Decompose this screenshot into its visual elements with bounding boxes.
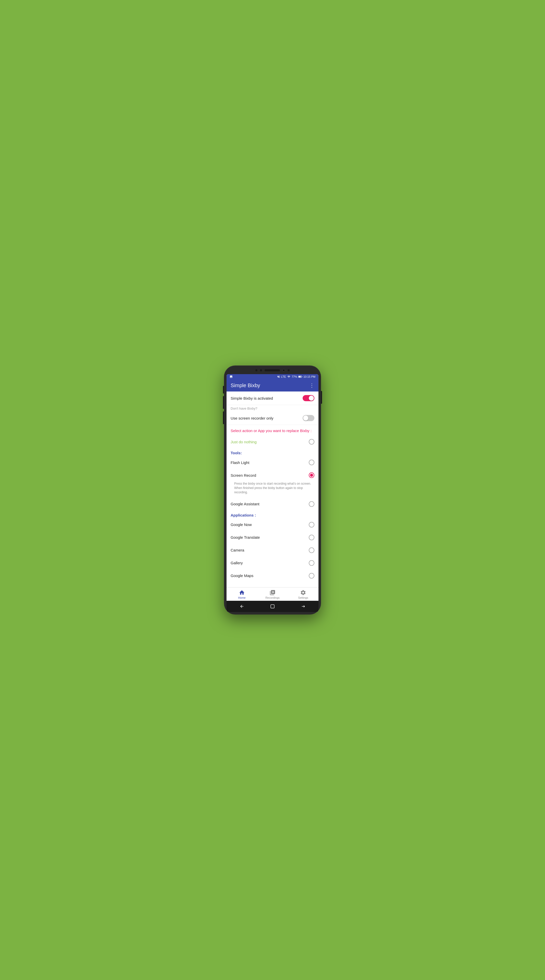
phone-top-bar (226, 369, 319, 374)
flashlight-label: Flash Light (231, 460, 249, 465)
battery-icon (298, 375, 303, 378)
activated-label: Simple Bixby is activated (231, 396, 273, 401)
google-now-label: Google Now (231, 522, 252, 527)
flashlight-option[interactable]: Flash Light (226, 456, 319, 469)
screen-record-radio[interactable] (309, 473, 314, 478)
screen-record-label: Screen Record (231, 473, 256, 477)
bixby-button (223, 411, 224, 424)
gallery-label: Gallery (231, 561, 243, 565)
screen-recorder-toggle[interactable] (303, 415, 314, 421)
dont-have-bixby-label: Don't have Bixby? (226, 405, 319, 411)
camera-radio[interactable] (309, 547, 314, 553)
nav-item-recordings[interactable]: Recordings (265, 590, 280, 599)
home-system-icon (270, 604, 275, 609)
status-bar: LTE 77% 10:15 PM (226, 374, 319, 379)
settings-icon (300, 590, 306, 596)
screen-record-subtext: Press the bixby once to start recording … (226, 482, 319, 497)
google-maps-radio[interactable] (309, 573, 314, 579)
flashlight-radio[interactable] (309, 460, 314, 465)
signal-icon (287, 375, 291, 378)
time-display: 10:15 PM (303, 375, 316, 378)
google-maps-label: Google Maps (231, 573, 253, 578)
volume-down-button (223, 396, 224, 409)
lte-indicator: LTE (281, 375, 286, 378)
recents-icon (301, 604, 306, 609)
recents-button[interactable] (300, 603, 306, 609)
gallery-option[interactable]: Gallery (226, 557, 319, 570)
bottom-nav: Home Recordings Settings (226, 587, 319, 601)
screen-recorder-toggle-knob (303, 415, 308, 421)
google-translate-option[interactable]: Google Translate (226, 531, 319, 544)
just-do-nothing-radio[interactable] (309, 439, 314, 445)
main-content: Simple Bixby is activated Don't have Bix… (226, 391, 319, 600)
image-icon (229, 375, 233, 378)
activated-toggle[interactable] (303, 395, 314, 401)
google-now-option[interactable]: Google Now (226, 518, 319, 531)
phone-screen: LTE 77% 10:15 PM Simple Bixby ⋮ (226, 374, 319, 612)
battery-percent: 77% (292, 375, 297, 378)
svg-rect-3 (271, 605, 274, 608)
svg-rect-1 (301, 376, 302, 377)
camera-label: Camera (231, 548, 244, 552)
nav-item-settings[interactable]: Settings (295, 590, 311, 599)
app-bar: Simple Bixby ⋮ (226, 379, 319, 391)
power-button (321, 391, 322, 404)
back-button[interactable] (239, 603, 245, 609)
system-nav-bar (226, 601, 319, 612)
camera-option[interactable]: Camera (226, 544, 319, 557)
google-now-radio[interactable] (309, 522, 314, 528)
activated-toggle-knob (309, 396, 314, 401)
settings-nav-label: Settings (298, 596, 308, 599)
speaker (265, 369, 280, 371)
status-left (229, 375, 233, 378)
applications-section-header: Applications : (226, 511, 319, 518)
sensor-dot3 (288, 369, 290, 371)
front-camera (282, 369, 285, 372)
nav-item-home[interactable]: Home (234, 590, 250, 599)
screen-record-radio-inner (310, 474, 313, 477)
recordings-icon (269, 590, 276, 596)
phone-device: LTE 77% 10:15 PM Simple Bixby ⋮ (224, 366, 321, 614)
app-title: Simple Bixby (231, 383, 260, 388)
just-do-nothing-label: Just do nothing (231, 440, 257, 444)
google-assistant-radio[interactable] (309, 501, 314, 507)
sensor-dot (255, 369, 257, 371)
home-system-button[interactable] (269, 603, 276, 609)
just-do-nothing-option[interactable]: Just do nothing (226, 435, 319, 448)
google-assistant-label: Google Assistant (231, 502, 260, 506)
screen-recorder-label: Use screen recorder only (231, 416, 274, 420)
home-icon (239, 590, 245, 596)
screen-recorder-row: Use screen recorder only (226, 411, 319, 425)
google-translate-radio[interactable] (309, 535, 314, 540)
home-nav-label: Home (238, 596, 245, 599)
svg-rect-2 (298, 376, 301, 377)
volume-up-button (223, 386, 224, 393)
activated-row: Simple Bixby is activated (226, 391, 319, 405)
google-maps-option[interactable]: Google Maps (226, 570, 319, 582)
overflow-menu-button[interactable]: ⋮ (309, 382, 314, 388)
back-icon (239, 604, 244, 609)
screen-record-option[interactable]: Screen Record (226, 469, 319, 482)
google-translate-label: Google Translate (231, 535, 260, 539)
action-prompt: Select action or App you want to replace… (226, 425, 319, 435)
gallery-radio[interactable] (309, 560, 314, 566)
google-assistant-option[interactable]: Google Assistant (226, 498, 319, 511)
tools-section-header: Tools: (226, 448, 319, 456)
recordings-nav-label: Recordings (265, 596, 280, 599)
status-right: LTE 77% 10:15 PM (277, 375, 316, 378)
sensor-dot2 (260, 369, 262, 371)
mute-icon (277, 375, 280, 378)
